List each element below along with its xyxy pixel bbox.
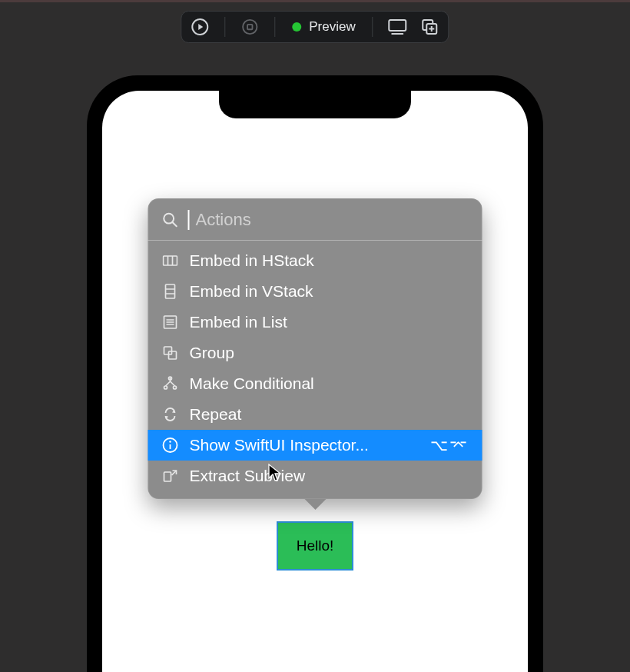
svg-rect-29 xyxy=(164,472,171,481)
preview-canvas[interactable]: Hello! xyxy=(102,91,528,672)
toolbar-divider xyxy=(224,17,225,37)
phone-notch xyxy=(219,91,411,118)
svg-rect-11 xyxy=(164,256,177,265)
play-circle-icon xyxy=(191,18,209,36)
action-label: Embed in HStack xyxy=(190,251,314,270)
text-caret xyxy=(188,210,190,230)
embed-list-icon xyxy=(162,314,179,331)
stop-circle-icon xyxy=(241,18,258,35)
actions-search-row xyxy=(148,198,482,241)
action-embed-list[interactable]: Embed in List xyxy=(148,307,482,338)
action-extract-subview[interactable]: Extract Subview xyxy=(148,461,482,491)
action-label: Embed in VStack xyxy=(190,282,313,301)
action-embed-vstack[interactable]: Embed in VStack xyxy=(148,276,482,307)
action-label: Repeat xyxy=(190,405,242,424)
svg-point-27 xyxy=(169,441,171,442)
window-top-edge xyxy=(0,0,630,2)
svg-rect-14 xyxy=(166,284,175,298)
search-icon xyxy=(162,211,179,228)
action-show-inspector[interactable]: Show SwiftUI Inspector... ⌥⌤ xyxy=(148,430,482,461)
selected-view-text: Hello! xyxy=(297,537,334,554)
display-icon xyxy=(388,18,408,35)
action-make-conditional[interactable]: Make Conditional xyxy=(148,368,482,399)
action-group[interactable]: Group xyxy=(148,338,482,368)
svg-rect-21 xyxy=(164,347,172,354)
action-label: Make Conditional xyxy=(190,374,314,393)
svg-rect-22 xyxy=(169,351,177,359)
svg-rect-3 xyxy=(390,20,406,31)
action-label: Extract Subview xyxy=(190,467,306,485)
svg-point-24 xyxy=(174,386,177,389)
preview-toolbar: Preview xyxy=(181,11,449,43)
preview-status[interactable]: Preview xyxy=(289,18,358,36)
action-shortcut: ⌥⌤ xyxy=(430,436,469,454)
preview-label: Preview xyxy=(309,19,355,35)
toolbar-divider xyxy=(274,17,275,37)
device-settings-button[interactable] xyxy=(387,16,409,38)
embed-hstack-icon xyxy=(162,252,179,269)
add-square-icon xyxy=(421,18,439,36)
status-dot-icon xyxy=(292,22,301,32)
group-icon xyxy=(162,344,179,361)
selected-view[interactable]: Hello! xyxy=(277,521,353,571)
embed-vstack-icon xyxy=(162,283,179,300)
action-repeat[interactable]: Repeat xyxy=(148,399,482,430)
run-preview-button[interactable] xyxy=(189,16,211,38)
conditional-icon xyxy=(162,375,179,392)
action-label: Group xyxy=(190,344,234,362)
action-embed-hstack[interactable]: Embed in HStack xyxy=(148,245,482,276)
svg-point-1 xyxy=(243,20,257,34)
duplicate-preview-button[interactable] xyxy=(419,16,441,38)
actions-search-input[interactable] xyxy=(194,209,469,231)
svg-line-30 xyxy=(172,471,177,475)
repeat-icon xyxy=(162,406,179,423)
extract-icon xyxy=(162,467,179,484)
svg-point-23 xyxy=(164,386,167,389)
action-label: Embed in List xyxy=(190,313,287,331)
toolbar-divider xyxy=(373,17,373,37)
actions-menu: Embed in HStack Embed in VStack xyxy=(148,241,482,499)
svg-line-10 xyxy=(173,222,177,226)
info-icon xyxy=(162,437,179,454)
live-preview-button[interactable] xyxy=(239,16,260,38)
svg-rect-2 xyxy=(247,25,252,29)
actions-popover: Embed in HStack Embed in VStack xyxy=(148,198,482,499)
action-label: Show SwiftUI Inspector... xyxy=(190,436,369,454)
phone-mockup: Hello! xyxy=(87,75,543,672)
